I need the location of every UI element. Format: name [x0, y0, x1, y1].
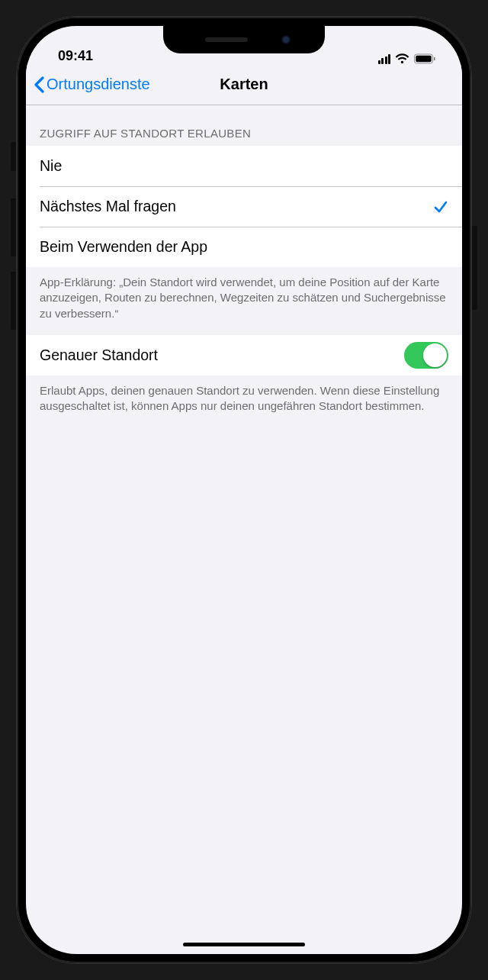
phone-frame: 09:41 Ortungsdienste Karten ZUGRIFF AUF — [17, 17, 471, 963]
cellular-icon — [378, 54, 391, 64]
option-ask-next-time[interactable]: Nächstes Mal fragen — [26, 186, 462, 227]
home-indicator[interactable] — [183, 943, 305, 947]
status-time: 09:41 — [53, 48, 93, 64]
screen: 09:41 Ortungsdienste Karten ZUGRIFF AUF — [26, 26, 462, 954]
precise-location-toggle[interactable] — [404, 342, 448, 369]
volume-down-button — [11, 272, 17, 330]
section-footer-precise: Erlaubt Apps, deinen genauen Standort zu… — [26, 376, 462, 428]
wifi-icon — [395, 53, 409, 64]
section-footer-explanation: App-Erklärung: „Dein Standort wird verwe… — [26, 267, 462, 335]
back-button[interactable]: Ortungsdienste — [34, 76, 150, 93]
navigation-bar: Ortungsdienste Karten — [26, 64, 462, 105]
battery-icon — [414, 53, 436, 64]
option-label: Beim Verwenden der App — [40, 238, 207, 256]
power-button — [471, 226, 477, 310]
option-label: Nächstes Mal fragen — [40, 198, 176, 215]
volume-up-button — [11, 198, 17, 256]
option-while-using[interactable]: Beim Verwenden der App — [26, 227, 462, 267]
page-title: Karten — [220, 76, 268, 93]
location-access-list: Nie Nächstes Mal fragen Beim Verwenden d… — [26, 146, 462, 267]
speaker-grille — [205, 37, 248, 42]
svg-rect-1 — [416, 56, 431, 62]
silence-switch — [11, 142, 17, 171]
option-label: Nie — [40, 157, 62, 175]
notch — [163, 26, 325, 53]
toggle-knob — [423, 343, 447, 367]
chevron-left-icon — [34, 76, 44, 93]
section-header-location-access: ZUGRIFF AUF STANDORT ERLAUBEN — [26, 105, 462, 146]
status-indicators — [378, 53, 441, 64]
front-camera — [281, 35, 291, 44]
svg-rect-2 — [434, 57, 435, 61]
device-mockup: 09:41 Ortungsdienste Karten ZUGRIFF AUF — [0, 0, 488, 980]
precise-location-label: Genauer Standort — [40, 347, 158, 364]
checkmark-icon — [433, 199, 448, 214]
precise-location-row[interactable]: Genauer Standort — [26, 335, 462, 376]
precise-location-list: Genauer Standort — [26, 335, 462, 376]
content: ZUGRIFF AUF STANDORT ERLAUBEN Nie Nächst… — [26, 105, 462, 427]
back-label: Ortungsdienste — [47, 76, 150, 93]
option-never[interactable]: Nie — [26, 146, 462, 186]
